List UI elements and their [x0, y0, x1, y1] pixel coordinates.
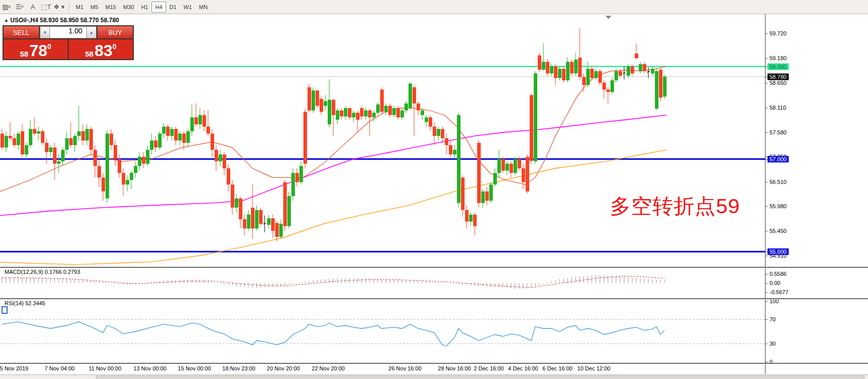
price-axis-label: -0.5677	[770, 289, 788, 295]
ohlc-open: 58.930	[40, 17, 59, 24]
price-level-label: 57.000	[768, 156, 789, 162]
axis-tick	[765, 231, 768, 231]
price-axis-label: 58.110	[770, 105, 786, 111]
axis-tick	[765, 301, 768, 302]
mt4-terminal: ▨E☰FA⬚T❖ ▾ M1M5M15M30H1H4D1W1MN ▲ USOil-…	[0, 0, 868, 379]
timeframe-m30[interactable]: M30	[120, 2, 137, 13]
macd-rsi-splitter[interactable]	[0, 298, 868, 300]
time-axis[interactable]: 5 Nov 20197 Nov 04:0011 Nov 00:0013 Nov …	[0, 364, 765, 374]
sell-price-point: 0	[47, 42, 52, 51]
macd-panel[interactable]	[0, 268, 765, 298]
sell-button[interactable]: SELL	[4, 26, 39, 38]
ohlc-low: 58.770	[80, 17, 99, 24]
price-axis-label: 58.650	[770, 80, 787, 86]
volume-down-button[interactable]: ▼	[40, 26, 50, 38]
sell-price[interactable]: 58 78 0	[4, 39, 68, 59]
price-axis-label: 55.980	[770, 203, 787, 209]
axis-tick	[765, 206, 768, 207]
price-level-label: 58.780	[768, 73, 789, 80]
price-axis[interactable]: 59.72059.18058.65058.11057.58057.05056.5…	[765, 14, 868, 374]
price-axis-label: 56.510	[770, 179, 787, 185]
text-label-icon[interactable]: ⬚T	[40, 2, 52, 13]
axis-tick	[765, 283, 768, 283]
axis-tick	[765, 274, 768, 274]
macd-label: MACD(12,26,9) 0.1766 0.2793	[5, 269, 80, 275]
timeframe-buttons: M1M5M15M30H1H4D1W1MN	[72, 2, 211, 13]
axis-tick	[765, 58, 768, 59]
one-click-trade-panel: SELL ▼ 1.00 ▲ BUY 58 78 0 58 83 0	[3, 25, 134, 60]
time-axis-label: 15 Nov 00:00	[178, 365, 211, 371]
rsi-label: RSI(14) 52.3445	[5, 300, 45, 306]
axis-tick	[765, 108, 768, 108]
buy-price-whole: 58	[85, 50, 93, 58]
fibonacci-icon[interactable]: ☰F	[14, 2, 26, 13]
arrows-icon[interactable]: ❖ ▾	[53, 2, 65, 13]
price-level-label: 55.000	[768, 248, 789, 255]
rsi-bottom-border	[0, 363, 868, 364]
axis-tick	[765, 292, 768, 293]
timeframe-w1[interactable]: W1	[180, 2, 196, 13]
text-icon[interactable]: A	[27, 2, 39, 13]
time-axis-label: 11 Nov 00:00	[89, 365, 122, 371]
symbol-label: USOil-,H4	[10, 17, 38, 24]
axis-tick	[765, 252, 768, 252]
axis-tick	[765, 182, 768, 182]
time-axis-label: 7 Nov 04:00	[44, 365, 74, 371]
time-axis-label: 10 Dec 12:00	[577, 365, 610, 371]
timeframe-m5[interactable]: M5	[87, 2, 101, 13]
time-axis-label: 2 Dec 16:00	[474, 365, 503, 371]
timeframe-h1[interactable]: H1	[137, 2, 151, 13]
ohlc-close: 58.780	[100, 17, 119, 24]
timeframe-h4[interactable]: H4	[151, 2, 166, 13]
timeframe-mn[interactable]: MN	[195, 2, 211, 13]
buy-price-point: 0	[113, 42, 117, 51]
timeframe-d1[interactable]: D1	[166, 2, 180, 13]
equidistant-channel-icon[interactable]: ▨E	[1, 2, 13, 13]
axis-tick	[765, 159, 768, 160]
chart-annotation-text: 多空转折点59	[610, 193, 740, 220]
time-axis-label: 26 Nov 16:00	[388, 365, 421, 371]
sell-price-pips: 78	[29, 44, 47, 58]
chart-shift-marker-icon[interactable]	[605, 16, 611, 19]
buy-price[interactable]: 58 83 0	[69, 39, 133, 59]
time-axis-label: 6 Dec 16:00	[542, 365, 572, 371]
price-axis-label: 30	[770, 341, 776, 347]
ohlc-high: 58.950	[60, 17, 79, 24]
rsi-panel[interactable]	[0, 299, 765, 363]
toolbar-separator	[69, 2, 69, 12]
time-axis-label: 18 Nov 23:00	[222, 365, 255, 371]
buy-price-pips: 83	[94, 44, 113, 58]
price-axis-label: 0.00	[770, 280, 780, 286]
axis-tick	[765, 33, 768, 34]
volume-up-button[interactable]: ▲	[86, 26, 96, 38]
collapse-arrow-icon[interactable]: ▲	[4, 18, 9, 23]
axis-tick	[765, 77, 768, 77]
axis-tick	[765, 132, 768, 133]
rsi-indicator-icon	[2, 306, 8, 314]
price-axis-label: 55.450	[770, 228, 787, 234]
sell-price-whole: 58	[20, 50, 28, 58]
scrollbar-thumb[interactable]	[96, 375, 864, 379]
timeframe-m15[interactable]: M15	[102, 2, 120, 13]
time-axis-label: 22 Nov 20:00	[312, 365, 344, 371]
timeframe-m1[interactable]: M1	[72, 2, 87, 13]
chart-symbol-header: ▲ USOil-,H4 58.930 58.950 58.770 58.780	[4, 17, 119, 24]
price-axis-label: 59.180	[770, 55, 787, 61]
time-axis-label: 5 Nov 2019	[0, 365, 28, 371]
axis-tick	[765, 256, 768, 256]
drawing-tools: ▨E☰FA⬚T❖ ▾	[0, 2, 66, 13]
price-axis-label: 0.5586	[770, 271, 787, 277]
volume-input[interactable]: 1.00	[50, 26, 86, 38]
axis-tick	[765, 362, 768, 362]
price-axis-label: 70	[770, 316, 776, 322]
time-axis-label: 20 Nov 20:00	[267, 365, 299, 371]
toolbar: ▨E☰FA⬚T❖ ▾ M1M5M15M30H1H4D1W1MN	[0, 0, 868, 14]
axis-tick	[765, 344, 768, 344]
horizontal-scrollbar[interactable]	[0, 374, 868, 379]
price-axis-label: 59.720	[770, 30, 787, 36]
time-axis-label: 28 Nov 16:00	[438, 365, 471, 371]
buy-button[interactable]: BUY	[97, 26, 133, 38]
axis-tick	[765, 67, 768, 67]
chart-macd-splitter[interactable]	[0, 267, 868, 268]
axis-tick	[765, 83, 768, 83]
